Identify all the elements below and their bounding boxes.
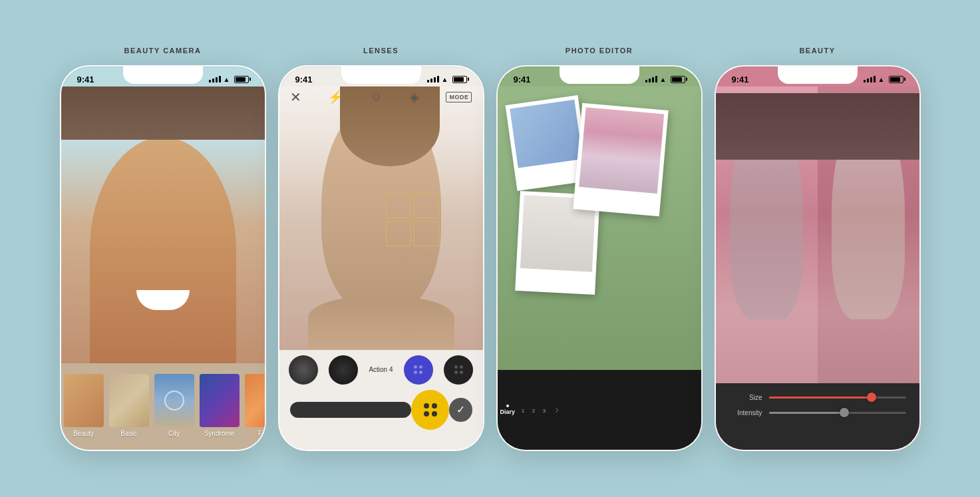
photo-collage	[498, 86, 701, 393]
face-shape	[90, 137, 236, 363]
hair-before	[716, 93, 818, 160]
intensity-slider-fill	[769, 412, 844, 414]
signal-bar-4-1	[864, 80, 866, 83]
signal-bar-3-2	[649, 79, 651, 83]
intensity-slider-thumb[interactable]	[840, 408, 849, 417]
bottom-action-row: ✓	[279, 390, 483, 430]
lenses-section: LENSES 9:41 ▲	[278, 13, 484, 484]
section-title-lenses: LENSES	[363, 47, 399, 55]
wifi-icon-4: ▲	[878, 76, 885, 83]
dot-grid-dark	[454, 365, 463, 374]
lens-option-dark-dots[interactable]	[444, 355, 473, 385]
phone-frame-photo-editor: 9:41 ▲	[496, 65, 703, 451]
filter-film[interactable]: Film	[242, 369, 265, 444]
lens-option-1[interactable]	[289, 355, 318, 385]
more-arrow[interactable]: ›	[555, 403, 559, 416]
dark-dot-1	[454, 365, 458, 369]
polaroid-2	[573, 102, 668, 216]
cap-dot-3	[424, 411, 429, 416]
diary-tab[interactable]: Diary	[500, 405, 516, 415]
lens-active-label: Action 4	[369, 366, 393, 373]
yellow-capture-button[interactable]	[411, 390, 449, 430]
battery-icon-3	[671, 76, 685, 83]
signal-bar-4	[219, 76, 221, 83]
tab-2[interactable]: 2	[531, 405, 536, 414]
phone-frame-beauty-camera: 9:41 ▲	[60, 65, 266, 451]
intensity-label: Intensity	[729, 409, 762, 416]
signal-bars-2	[427, 76, 439, 83]
close-icon[interactable]: ✕	[290, 89, 301, 105]
flash-icon[interactable]: ⚡	[328, 90, 343, 104]
grid-overlay	[386, 193, 439, 246]
section-title-photo-editor: PHOTO EDITOR	[566, 47, 633, 55]
lens-options-row: Action 4	[279, 355, 483, 385]
dark-dot-2	[460, 365, 463, 369]
section-title-beauty-camera: BEAUTY CAMERA	[124, 47, 202, 55]
filter-thumb-syndrome	[200, 374, 240, 427]
filter-label-syndrome: Syndrome	[204, 430, 235, 437]
intensity-slider-row: Intensity	[729, 409, 906, 416]
face-icon[interactable]: ☺	[370, 90, 382, 104]
intensity-slider-track[interactable]	[769, 412, 906, 414]
diary-label: Diary	[500, 409, 516, 415]
size-slider-thumb[interactable]	[867, 393, 876, 402]
hair-after	[818, 93, 919, 160]
signal-bar-2-4	[437, 76, 439, 83]
wifi-icon-2: ▲	[442, 76, 448, 83]
thumb-diary	[506, 405, 509, 407]
filter-beauty[interactable]: Beauty	[61, 369, 106, 444]
beauty-controls: Size Intensity	[716, 383, 919, 450]
grid-cell-4	[414, 221, 439, 246]
signal-bar-3-3	[652, 77, 654, 83]
hair-dark	[61, 86, 265, 140]
status-time-4: 9:41	[732, 75, 749, 84]
filter-city[interactable]: City	[152, 369, 197, 444]
signal-bar-4-2	[867, 79, 869, 83]
notch-3	[560, 67, 639, 84]
battery-icon-1	[234, 76, 249, 83]
signal-bars-4	[864, 76, 876, 83]
cap-dot-1	[424, 403, 429, 409]
dot-4	[419, 371, 422, 374]
tab-3[interactable]: 3	[542, 405, 547, 414]
dark-dot-3	[454, 371, 458, 374]
checkmark-button[interactable]: ✓	[449, 398, 472, 422]
tab-1[interactable]: 1	[520, 405, 526, 414]
signal-bar-2-2	[430, 79, 432, 83]
lens-option-dots[interactable]	[404, 355, 433, 385]
lens-option-2[interactable]	[329, 355, 358, 385]
filter-syndrome[interactable]: Syndrome	[197, 369, 242, 444]
signal-bar-2-3	[434, 77, 436, 83]
face-area-1	[61, 86, 265, 363]
black-bar[interactable]	[290, 402, 412, 418]
filter-basic[interactable]: Basic	[106, 369, 152, 444]
lenses-toolbar: ✕ ⚡ ☺ ◈ MODE	[279, 89, 483, 105]
status-time-1: 9:41	[77, 75, 94, 84]
size-slider-fill	[769, 397, 872, 399]
status-time-2: 9:41	[295, 75, 313, 84]
signal-bar-1	[209, 80, 211, 83]
battery-fill-3	[672, 77, 682, 82]
filter-label-beauty: Beauty	[73, 430, 94, 437]
filter-label-film: Film	[258, 430, 264, 437]
cap-dot-4	[432, 411, 437, 416]
signal-bar-3-1	[645, 80, 647, 83]
signal-bars-3	[645, 76, 657, 83]
filters-bar[interactable]: Beauty Basic City	[61, 363, 265, 450]
beauty-split: Before After	[716, 86, 919, 406]
photo-editor-section: PHOTO EDITOR 9:41 ▲	[496, 13, 703, 484]
tab-label-1: 1	[522, 408, 524, 414]
size-label: Size	[729, 394, 762, 401]
polaroid-img-2	[579, 107, 664, 194]
signal-bars-1	[209, 76, 221, 83]
drop-icon[interactable]: ◈	[410, 90, 419, 104]
filter-thumb-film	[245, 374, 265, 427]
lens-active-option: Action 4	[369, 366, 393, 373]
notch-1	[123, 67, 203, 84]
mode-badge[interactable]: MODE	[446, 92, 472, 102]
battery-fill-2	[454, 77, 464, 82]
status-icons-3: ▲	[645, 76, 685, 83]
size-slider-track[interactable]	[769, 397, 906, 399]
signal-bar-3	[216, 77, 218, 83]
signal-bar-4-3	[870, 77, 872, 83]
